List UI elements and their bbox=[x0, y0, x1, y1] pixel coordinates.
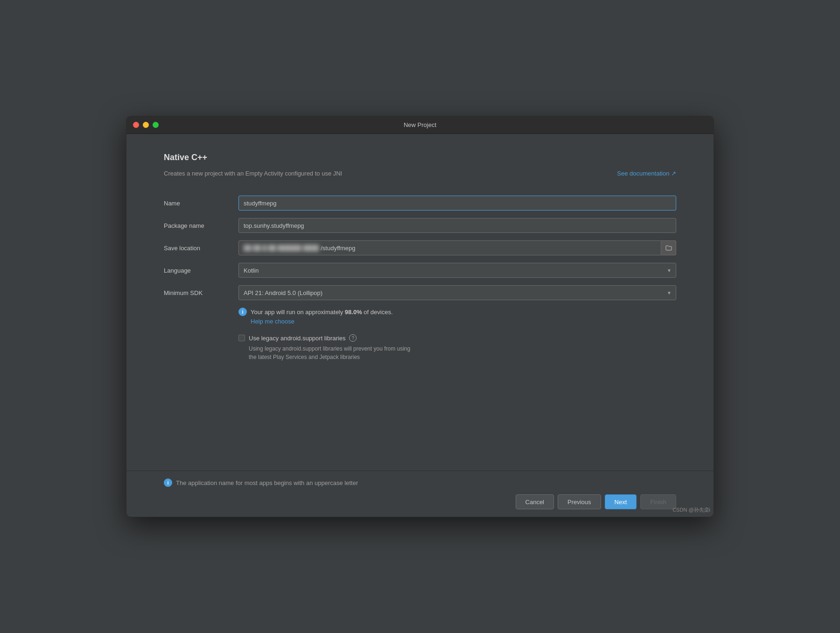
sdk-coverage-text: Your app will run on approximately 98.0%… bbox=[251, 309, 393, 316]
sdk-coverage-info: i Your app will run on approximately 98.… bbox=[238, 304, 676, 327]
package-name-input-cell bbox=[238, 214, 676, 237]
help-me-choose-link[interactable]: Help me choose bbox=[251, 318, 676, 325]
maximize-button[interactable] bbox=[153, 122, 159, 128]
language-select-cell: Kotlin Java ▼ bbox=[238, 259, 676, 281]
browse-folder-button[interactable] bbox=[661, 240, 676, 255]
info-icon: i bbox=[238, 308, 247, 316]
bottom-info: i The application name for most apps beg… bbox=[164, 478, 676, 487]
save-location-path: /studyffmepg bbox=[321, 245, 355, 252]
min-sdk-select[interactable]: API 21: Android 5.0 (Lollipop) API 16: A… bbox=[238, 285, 676, 300]
close-button[interactable] bbox=[133, 122, 139, 128]
traffic-lights bbox=[133, 122, 159, 128]
save-location-input-cell: ██ ██ █ ██ ██████ ████ /studyffmepg bbox=[238, 237, 676, 259]
name-input[interactable] bbox=[238, 196, 676, 211]
next-button[interactable]: Next bbox=[605, 494, 637, 509]
description-text: Creates a new project with an Empty Acti… bbox=[164, 170, 342, 177]
project-type-title: Native C++ bbox=[164, 153, 676, 162]
save-location-wrapper: ██ ██ █ ██ ██████ ████ /studyffmepg bbox=[238, 240, 676, 255]
save-location-label: Save location bbox=[164, 239, 238, 257]
min-sdk-select-cell: API 21: Android 5.0 (Lollipop) API 16: A… bbox=[238, 281, 676, 304]
see-documentation-link[interactable]: See documentation ↗ bbox=[617, 170, 676, 177]
package-name-input[interactable] bbox=[238, 218, 676, 233]
min-sdk-label: Minimum SDK bbox=[164, 284, 238, 302]
bottom-section: i The application name for most apps beg… bbox=[126, 471, 714, 517]
window-title: New Project bbox=[404, 121, 436, 128]
sdk-coverage-percent: 98.0% bbox=[345, 309, 362, 316]
bottom-info-text: The application name for most apps begin… bbox=[176, 479, 358, 486]
finish-button: Finish bbox=[640, 494, 676, 509]
description-row: Creates a new project with an Empty Acti… bbox=[164, 170, 676, 177]
min-sdk-select-wrapper: API 21: Android 5.0 (Lollipop) API 16: A… bbox=[238, 285, 676, 300]
watermark: CSDN @孙先栾i bbox=[672, 506, 710, 513]
legacy-description: Using legacy android.support libraries w… bbox=[249, 345, 676, 361]
minimize-button[interactable] bbox=[143, 122, 149, 128]
sdk-coverage-suffix: of devices. bbox=[362, 309, 393, 316]
save-location-blurred: ██ ██ █ ██ ██████ ████ bbox=[244, 245, 319, 251]
bottom-info-icon: i bbox=[164, 478, 172, 487]
legacy-row: Use legacy android.support libraries ? U… bbox=[238, 327, 676, 363]
legacy-checkbox-label: Use legacy android.support libraries bbox=[249, 335, 345, 342]
legacy-checkbox[interactable] bbox=[238, 335, 245, 341]
sdk-info-row: i Your app will run on approximately 98.… bbox=[238, 308, 676, 316]
form: Name Package name Save location ██ ██ █ … bbox=[164, 192, 676, 363]
language-select[interactable]: Kotlin Java bbox=[238, 263, 676, 278]
main-content: Native C++ Creates a new project with an… bbox=[126, 134, 714, 377]
legacy-checkbox-row: Use legacy android.support libraries ? bbox=[238, 334, 676, 342]
language-select-wrapper: Kotlin Java ▼ bbox=[238, 263, 676, 278]
sdk-coverage-prefix: Your app will run on approximately bbox=[251, 309, 345, 316]
name-input-cell bbox=[238, 192, 676, 214]
cancel-button[interactable]: Cancel bbox=[516, 494, 554, 509]
legacy-help-icon[interactable]: ? bbox=[349, 334, 357, 342]
button-row: Cancel Previous Next Finish bbox=[164, 494, 676, 509]
titlebar: New Project bbox=[126, 116, 714, 134]
previous-button[interactable]: Previous bbox=[558, 494, 601, 509]
language-label: Language bbox=[164, 261, 238, 280]
empty-space bbox=[126, 377, 714, 471]
name-label: Name bbox=[164, 194, 238, 212]
package-name-label: Package name bbox=[164, 217, 238, 235]
save-location-display: ██ ██ █ ██ ██████ ████ /studyffmepg bbox=[238, 240, 661, 255]
